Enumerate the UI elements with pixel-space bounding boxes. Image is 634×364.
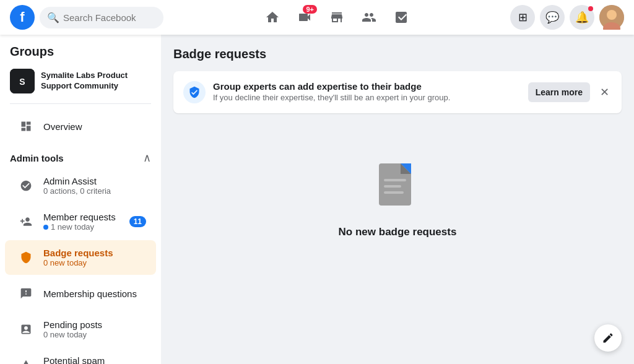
search-input[interactable] — [63, 12, 156, 23]
pending-posts-sub: 0 new today — [43, 330, 146, 339]
svg-rect-10 — [384, 191, 404, 194]
membership-questions-icon — [15, 282, 37, 305]
sidebar-item-potential-spam[interactable]: Potential spam 0 new today — [5, 348, 156, 364]
member-requests-sub: 1 new today — [43, 222, 123, 232]
empty-state-icon — [373, 160, 422, 216]
potential-spam-label: Potential spam — [43, 355, 146, 364]
info-banner-text: Group experts can add expertise to their… — [213, 81, 521, 102]
member-requests-badge: 11 — [129, 216, 146, 227]
empty-state: No new badge requests — [173, 123, 622, 275]
admin-tools-label: Admin tools — [10, 153, 64, 163]
learn-more-button[interactable]: Learn more — [528, 82, 590, 102]
group-avatar: S — [10, 69, 35, 93]
admin-tools-header: Admin tools ∧ — [0, 145, 161, 167]
nav-center: 9+ — [163, 2, 510, 32]
svg-point-1 — [607, 10, 617, 20]
info-banner: Group experts can add expertise to their… — [173, 71, 622, 113]
pending-posts-text: Pending posts 0 new today — [43, 319, 146, 339]
info-banner-title: Group experts can add expertise to their… — [213, 81, 521, 92]
member-requests-label: Member requests — [43, 212, 123, 222]
group-name: Symalite Labs Product Support Community — [41, 71, 151, 92]
sidebar-groups-title: Groups — [10, 45, 151, 59]
badge-requests-label: Badge requests — [43, 248, 146, 258]
pending-posts-icon — [15, 318, 37, 340]
admin-assist-icon — [15, 175, 37, 197]
sidebar-divider — [10, 103, 151, 104]
messenger-button[interactable]: 💬 — [540, 5, 565, 30]
empty-state-title: No new badge requests — [339, 226, 457, 238]
overview-label: Overview — [43, 121, 146, 132]
potential-spam-text: Potential spam 0 new today — [43, 355, 146, 364]
badge-requests-icon — [15, 246, 37, 269]
sidebar-item-pending-posts[interactable]: Pending posts 0 new today — [5, 312, 156, 347]
page-title: Badge requests — [173, 47, 622, 61]
nav-video-button[interactable]: 9+ — [290, 2, 319, 32]
new-indicator — [43, 225, 48, 230]
sidebar: Groups S Symalite Labs Product Support C… — [0, 35, 161, 364]
compose-button[interactable] — [594, 324, 622, 352]
sidebar-header: Groups — [0, 35, 161, 64]
potential-spam-icon — [15, 354, 37, 364]
info-banner-icon — [183, 81, 206, 103]
membership-questions-text: Membership questions — [43, 288, 146, 299]
page-layout: Groups S Symalite Labs Product Support C… — [0, 35, 634, 364]
close-banner-button[interactable]: ✕ — [597, 83, 612, 102]
notifications-button[interactable]: 🔔 — [570, 5, 594, 30]
pending-posts-label: Pending posts — [43, 319, 146, 330]
top-navigation: f 🔍 9+ ⊞ 💬 🔔 — [0, 0, 634, 35]
collapse-chevron[interactable]: ∧ — [143, 151, 151, 165]
info-banner-subtitle: If you decline their expertise, they'll … — [213, 93, 521, 102]
group-item[interactable]: S Symalite Labs Product Support Communit… — [0, 64, 161, 98]
svg-text:S: S — [19, 77, 25, 87]
nav-right: ⊞ 💬 🔔 — [510, 5, 624, 30]
badge-requests-sub: 0 new today — [43, 258, 146, 267]
nav-pages-button[interactable] — [386, 2, 416, 32]
sidebar-item-badge-requests[interactable]: Badge requests 0 new today — [5, 240, 156, 275]
member-requests-text: Member requests 1 new today — [43, 212, 123, 232]
video-badge: 9+ — [303, 5, 317, 14]
nav-store-button[interactable] — [322, 2, 352, 32]
main-content: Badge requests Group experts can add exp… — [161, 35, 634, 364]
overview-text: Overview — [43, 121, 146, 132]
nav-groups-button[interactable] — [354, 2, 384, 32]
sidebar-item-overview[interactable]: Overview — [5, 109, 156, 144]
svg-rect-9 — [384, 185, 401, 188]
admin-assist-text: Admin Assist 0 actions, 0 criteria — [43, 176, 146, 196]
admin-assist-sub: 0 actions, 0 criteria — [43, 186, 146, 196]
sidebar-item-membership-questions[interactable]: Membership questions — [5, 276, 156, 311]
sidebar-item-admin-assist[interactable]: Admin Assist 0 actions, 0 criteria — [5, 168, 156, 203]
nav-home-button[interactable] — [258, 2, 287, 32]
admin-assist-label: Admin Assist — [43, 176, 146, 186]
membership-questions-label: Membership questions — [43, 288, 146, 299]
sidebar-item-member-requests[interactable]: Member requests 1 new today 11 — [5, 204, 156, 239]
search-icon: 🔍 — [47, 12, 59, 24]
facebook-logo[interactable]: f — [10, 5, 35, 30]
badge-requests-text: Badge requests 0 new today — [43, 248, 146, 267]
overview-icon — [15, 115, 37, 137]
member-requests-icon — [15, 210, 37, 233]
search-box[interactable]: 🔍 — [40, 7, 163, 28]
svg-rect-8 — [384, 179, 406, 181]
nav-left: f 🔍 — [10, 5, 163, 30]
profile-avatar[interactable] — [599, 5, 624, 30]
apps-button[interactable]: ⊞ — [510, 5, 535, 30]
